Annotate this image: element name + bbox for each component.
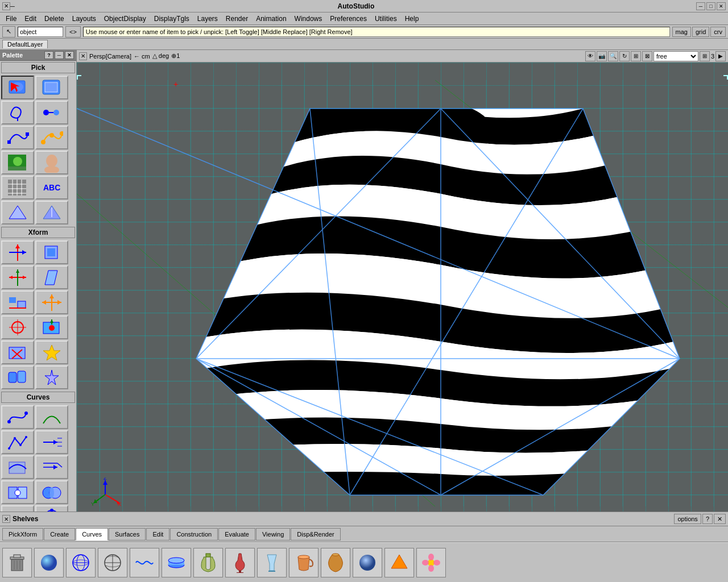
tool-crv-draw[interactable] [1,405,34,429]
vp-mode-select[interactable]: free perspective [653,51,698,61]
tool-pick-lasso[interactable] [1,101,34,124]
menu-file[interactable]: File [2,14,20,24]
menu-layers[interactable]: Layers [194,14,221,24]
maximize-btn[interactable]: □ [706,2,715,10]
tool-pick-v1[interactable] [1,201,34,225]
tab-pickxform[interactable]: PickXform [2,528,43,541]
menu-render[interactable]: Render [222,14,251,24]
pick-arrow-btn[interactable]: ↖ [2,26,15,38]
menu-utilities[interactable]: Utilities [371,14,400,24]
menu-edit[interactable]: Edit [21,14,40,24]
tool-crv-circle[interactable] [35,505,68,512]
tab-viewing[interactable]: Viewing [256,528,290,541]
palette-min-btn[interactable]: ─ [55,51,64,59]
vp-arrow-btn[interactable]: ▶ [715,51,726,61]
shelf-icon-cup[interactable] [289,548,318,577]
vp-search-btn[interactable]: 🔍 [608,51,618,61]
shelves-close-btn[interactable]: ✕ [2,515,10,523]
tool-xf-pivot[interactable] [35,315,68,339]
mag-btn[interactable]: mag [672,27,691,37]
vp-full-btn[interactable]: ⊠ [642,51,652,61]
shelf-icon-net[interactable] [98,548,127,577]
curves-section-title[interactable]: Curves [1,392,75,403]
pick-section-title[interactable]: Pick [1,62,75,73]
tool-xf-array[interactable] [35,290,68,314]
tool-pick-node[interactable] [35,126,68,149]
shelves-x-btn[interactable]: ✕ [714,514,726,524]
menu-windows[interactable]: Windows [291,14,326,24]
tab-disprender[interactable]: Disp&Render [291,528,340,541]
menu-layouts[interactable]: Layouts [69,14,100,24]
vp-eye-btn[interactable]: 👁 [585,51,595,61]
tab-curves[interactable]: Curves [76,528,108,541]
shelves-help-btn[interactable]: ? [702,514,713,524]
tool-crv-node1[interactable] [1,480,34,504]
tool-crv-line[interactable] [1,430,34,454]
shelf-icon-disk[interactable] [162,548,191,577]
tool-xf-scale[interactable] [1,265,34,289]
tool-pick-head[interactable] [35,151,68,174]
tool-crv-node2[interactable] [35,480,68,504]
arrow-btn[interactable]: <> [65,26,81,38]
tool-xf-shear[interactable] [35,265,68,289]
shelf-icon-shape[interactable] [384,548,414,577]
shelves-options-btn[interactable]: options [674,514,701,524]
shelf-icon-wave[interactable] [130,548,159,577]
tool-crv-offset[interactable] [35,455,68,479]
minimize-btn[interactable]: ─ [696,2,705,10]
grid-btn[interactable]: grid [692,27,709,37]
tab-surfaces[interactable]: Surfaces [109,528,146,541]
tool-pick-v2[interactable] [35,201,68,225]
shelf-icon-globe[interactable] [66,548,96,577]
shelf-icon-trash[interactable] [2,548,32,577]
shelf-icon-vase[interactable] [321,548,350,577]
tool-pick-text[interactable]: ABC [35,176,68,199]
tool-pick-chain[interactable] [35,101,68,124]
tool-xf-magic[interactable] [35,365,68,389]
tool-xf-move[interactable] [1,240,34,264]
menu-preferences[interactable]: Preferences [326,14,370,24]
vp-layout-btn[interactable]: ⊞ [700,51,710,61]
crv-btn[interactable]: crv [710,27,726,37]
vp-refresh-btn[interactable]: ↻ [619,51,630,61]
tool-pick-box[interactable] [35,76,68,99]
tool-xf-x[interactable] [1,340,34,364]
tab-evaluate[interactable]: Evaluate [218,528,255,541]
tool-xf-star[interactable] [35,340,68,364]
tool-xf-snap[interactable] [1,315,34,339]
tab-edit[interactable]: Edit [146,528,169,541]
palette-close-btn[interactable]: ✕ [65,51,74,59]
close-btn[interactable]: ✕ [717,2,726,10]
shelf-icon-flower[interactable] [416,548,446,577]
tool-crv-arrow-r[interactable] [35,430,68,454]
pick-mode-input[interactable]: object [18,27,63,37]
tool-pick-select[interactable] [1,76,34,99]
tool-pick-grid[interactable] [1,176,34,199]
tool-crv-node3[interactable] [1,505,34,512]
title-close-btn[interactable]: ✕ [2,2,10,10]
shelf-icon-head2[interactable] [353,548,382,577]
shelf-icon-ball[interactable] [34,548,64,577]
menu-displaytgls[interactable]: DisplayTgls [151,14,193,24]
palette-help-btn[interactable]: ? [44,51,53,59]
default-layer-tab[interactable]: DefaultLayer [2,40,48,48]
menu-objectdisplay[interactable]: ObjectDisplay [101,14,150,24]
tool-xf-rotate[interactable] [35,240,68,264]
tab-create[interactable]: Create [44,528,75,541]
viewport-close-btn[interactable]: ✕ [79,52,87,60]
shelf-icon-wine[interactable] [225,548,255,577]
tool-xf-align[interactable] [1,290,34,314]
tool-pick-land[interactable] [1,151,34,174]
vp-camera-btn[interactable]: 📷 [597,51,607,61]
vp-grid-btn[interactable]: ⊞ [631,51,641,61]
tool-xf-hand[interactable] [1,365,34,389]
tool-crv-arc[interactable] [35,405,68,429]
tab-construction[interactable]: Construction [170,528,218,541]
menu-delete[interactable]: Delete [41,14,68,24]
shelf-icon-glass[interactable] [257,548,287,577]
tool-pick-curve[interactable] [1,126,34,149]
viewport[interactable]: ✕ Persp[Camera] ← cm △ deg ⊕1 👁 📷 🔍 ↻ ⊞ … [77,50,728,512]
xform-section-title[interactable]: Xform [1,227,75,238]
tool-crv-bend[interactable] [1,455,34,479]
shelf-icon-bottle1[interactable] [193,548,223,577]
